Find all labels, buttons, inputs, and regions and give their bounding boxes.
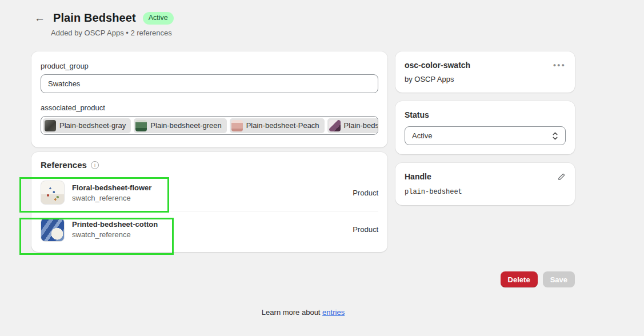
action-buttons: Delete Save <box>395 271 575 287</box>
reference-type: Product <box>353 225 378 234</box>
app-card-byline: by OSCP Apps <box>405 75 566 83</box>
product-chip[interactable]: Plain-bedsheet-Peach <box>230 118 325 133</box>
floral-bedsheet-thumbnail <box>41 181 65 205</box>
status-badge: Active <box>143 12 174 25</box>
back-arrow-icon[interactable]: ← <box>33 11 46 25</box>
chip-label: Plain-bedsheet-Peach <box>246 121 319 130</box>
reference-row[interactable]: Printed-bedsheet-cotton swatch_reference… <box>41 211 378 247</box>
handle-card-title: Handle <box>405 172 431 181</box>
delete-button[interactable]: Delete <box>501 271 538 287</box>
sidebar: osc-color-swatch ●●● by OSCP Apps Status… <box>395 51 575 214</box>
chip-label: Plain-bedsheet-green <box>150 121 221 130</box>
references-card: References i Floral-bedsheet-flower swat… <box>31 152 387 252</box>
handle-card: Handle plain-bedsheet <box>395 163 575 205</box>
page-title: Plain Bedsheet <box>53 11 136 25</box>
status-select[interactable]: Active <box>405 126 566 145</box>
product-group-input[interactable] <box>41 74 378 93</box>
reference-row[interactable]: Floral-bedsheet-flower swatch_reference … <box>41 174 378 211</box>
reference-subtitle: swatch_reference <box>72 194 151 202</box>
references-title: References <box>41 160 87 170</box>
save-button[interactable]: Save <box>543 271 575 287</box>
app-card-title: osc-color-swatch <box>405 61 470 70</box>
reference-title: Floral-bedsheet-flower <box>72 183 151 192</box>
product-chip[interactable]: Plain-bedsheet-green <box>134 118 226 133</box>
page-subtitle: Added by OSCP Apps • 2 references <box>51 29 174 37</box>
page-header: ← Plain Bedsheet Active Added by OSCP Ap… <box>33 11 174 37</box>
green-bedsheet-thumbnail <box>135 120 147 131</box>
gray-bedsheet-thumbnail <box>45 120 56 131</box>
handle-value: plain-bedsheet <box>405 188 566 196</box>
status-card: Status Active <box>395 101 575 154</box>
associated-product-field: associated_product Plain-bedsheet-gray P… <box>41 103 378 135</box>
reference-type: Product <box>353 189 378 197</box>
references-list: Floral-bedsheet-flower swatch_reference … <box>41 174 378 247</box>
associated-product-input[interactable]: Plain-bedsheet-gray Plain-bedsheet-green… <box>41 116 378 135</box>
status-selected-value: Active <box>412 131 432 140</box>
footer-help-text: Learn more about entries <box>31 308 575 317</box>
product-group-field: product_group <box>41 62 378 93</box>
reference-text: Printed-bedsheet-cotton swatch_reference <box>72 220 158 239</box>
metaobject-entry-page: ← Plain Bedsheet Active Added by OSCP Ap… <box>0 0 644 336</box>
app-card: osc-color-swatch ●●● by OSCP Apps <box>395 51 575 93</box>
plum-bedsheet-thumbnail <box>329 120 341 131</box>
product-chip[interactable]: Plain-bedsheet-gray <box>43 118 131 133</box>
peach-bedsheet-thumbnail <box>231 120 243 131</box>
footer-text: Learn more about <box>262 308 321 317</box>
reference-subtitle: swatch_reference <box>72 230 158 239</box>
reference-text: Floral-bedsheet-flower swatch_reference <box>72 183 151 202</box>
overflow-menu-icon[interactable]: ●●● <box>553 61 566 68</box>
select-updown-icon <box>552 131 558 141</box>
edit-pencil-icon[interactable] <box>557 172 566 181</box>
associated-product-label: associated_product <box>41 103 378 112</box>
product-chip[interactable]: Plain-bedshee <box>327 118 378 133</box>
printed-bedsheet-thumbnail <box>41 218 65 242</box>
main-column: product_group associated_product Plain-b… <box>31 51 387 252</box>
product-group-label: product_group <box>41 62 378 70</box>
fields-card: product_group associated_product Plain-b… <box>31 51 387 147</box>
entries-link[interactable]: entries <box>322 308 345 317</box>
info-icon[interactable]: i <box>91 161 99 169</box>
chip-label: Plain-bedsheet-gray <box>59 121 126 130</box>
chip-label: Plain-bedshee <box>344 121 378 130</box>
reference-title: Printed-bedsheet-cotton <box>72 220 158 229</box>
status-card-title: Status <box>405 110 566 119</box>
